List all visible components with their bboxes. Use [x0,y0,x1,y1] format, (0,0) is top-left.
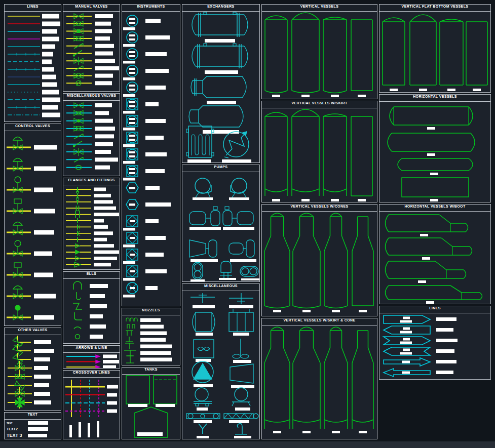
label-bar[interactable] [140,332,167,336]
vessel[interactable] [323,17,347,97]
instrument-row[interactable] [126,199,171,210]
instrument-row[interactable] [123,232,166,248]
control-valve-row[interactable] [7,158,56,172]
boot-vessel[interactable] [386,238,472,260]
text-style-row[interactable]: TEXT2 [7,427,48,431]
label-bar[interactable] [90,304,107,308]
control-valve-row[interactable] [7,137,57,150]
label-bar[interactable] [107,393,117,397]
label-bar[interactable] [233,333,249,336]
label-bar[interactable] [436,371,453,374]
label-bar[interactable] [34,294,56,299]
label-bar[interactable] [140,318,161,322]
label-bar[interactable] [145,102,159,106]
label-bar[interactable] [94,194,111,197]
vessel[interactable] [264,327,290,433]
label-bar[interactable] [94,263,111,266]
label-bar[interactable] [34,209,55,214]
label-bar[interactable] [94,231,113,235]
label-bar[interactable] [103,360,119,363]
valve-row[interactable] [66,57,115,65]
label-bar[interactable] [28,434,47,437]
ell-row[interactable] [75,335,103,339]
label-bar[interactable] [358,199,366,201]
label-bar[interactable] [34,252,52,256]
instrument-row[interactable] [123,65,169,80]
label-bar[interactable] [34,349,54,353]
fitting-row[interactable] [66,198,113,205]
label-bar[interactable] [95,111,109,115]
kettle-exchanger[interactable] [191,76,246,104]
label-bar[interactable] [332,431,340,433]
label-bar[interactable] [94,213,119,216]
horizontal-vessel[interactable] [398,158,473,175]
fitting-row[interactable] [66,224,108,229]
other-valve-row[interactable] [8,361,48,371]
label-bar[interactable] [95,103,112,107]
label-bar[interactable] [42,83,57,87]
boot-vessel[interactable] [386,215,468,236]
exchanger-circle-symbol[interactable] [222,132,251,162]
label-bar[interactable] [140,351,171,355]
ell-row[interactable] [74,312,103,320]
label-bar[interactable] [94,200,113,203]
valve-row[interactable] [66,51,113,57]
label-bar[interactable] [79,422,81,437]
label-bar[interactable] [94,219,104,223]
label-bar[interactable] [145,202,171,207]
label-bar[interactable] [419,89,427,91]
label-bar[interactable] [34,167,56,171]
valve-row[interactable] [66,157,118,162]
label-bar[interactable] [34,375,51,379]
control-valve-row[interactable] [7,305,54,320]
label-bar[interactable] [42,113,60,117]
vessel[interactable] [265,16,287,97]
cart-tank[interactable] [232,388,250,411]
label-bar[interactable] [390,89,398,91]
valve-row[interactable] [66,21,111,26]
label-bar[interactable] [128,404,147,407]
line-identifier-banner[interactable] [384,337,458,345]
label-bar[interactable] [42,75,56,79]
legend-line-row[interactable] [8,67,54,72]
label-bar[interactable] [34,366,48,370]
legend-line-row[interactable] [8,83,57,87]
label-bar[interactable] [145,186,160,190]
legend-line-row[interactable] [8,113,60,117]
legend-line-row[interactable] [8,90,59,95]
label-bar[interactable] [447,89,455,91]
label-bar[interactable] [332,310,340,312]
label-bar[interactable] [95,166,110,170]
label-bar[interactable] [436,360,456,363]
label-bar[interactable] [103,355,117,358]
motor-pump-set[interactable] [189,207,221,230]
label-bar[interactable] [42,90,59,95]
label-bar[interactable] [427,153,435,156]
label-bar[interactable] [197,436,209,438]
label-bar[interactable] [272,95,280,97]
pump-motor-set[interactable] [223,207,254,230]
instrument-row[interactable] [123,15,161,30]
label-bar[interactable] [95,74,113,78]
label-bar[interactable] [95,14,113,18]
label-bar[interactable] [90,314,103,318]
label-bar[interactable] [273,310,281,312]
label-bar[interactable] [197,408,208,411]
other-valve-row[interactable] [8,381,49,390]
vessel[interactable] [292,13,319,97]
agitated-vessel[interactable] [194,340,214,362]
fitting-row[interactable] [66,231,113,236]
label-bar[interactable] [273,431,281,433]
line-identifier-banner[interactable] [384,369,453,377]
fitting-row[interactable] [66,262,111,267]
vessel[interactable] [352,331,373,433]
instrument-row[interactable] [123,49,167,64]
vessel[interactable] [324,327,348,433]
label-bar[interactable] [95,127,115,131]
legend-line-row[interactable] [8,75,56,79]
legend-line-row[interactable] [8,98,60,102]
instrument-row[interactable] [123,282,158,298]
label-bar[interactable] [207,101,236,104]
label-bar[interactable] [34,340,51,344]
label-bar[interactable] [34,400,51,404]
